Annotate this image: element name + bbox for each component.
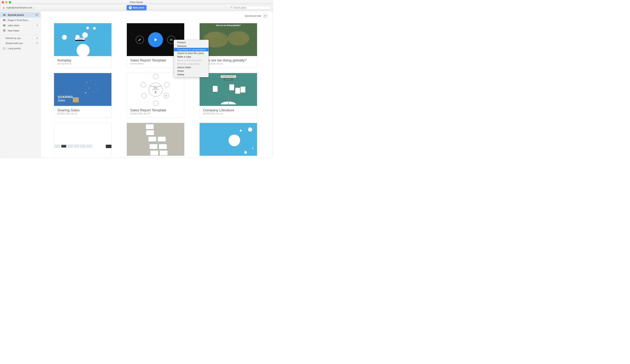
card-edited: EDITED 2016. JUL 25. <box>203 63 254 65</box>
card-title: Autoplay <box>58 58 108 62</box>
card-info: Company Literature EDITED 2016. JUL 19. <box>200 106 257 117</box>
sync-status: Synced just now <box>245 14 268 18</box>
prezi-thumbnail: SOARINGSales <box>54 73 112 106</box>
orbit-node <box>164 82 170 87</box>
screenshot-tile <box>159 144 167 149</box>
screenshot-tile <box>158 136 166 142</box>
ctx-make-copy[interactable]: Make a copy <box>174 55 208 58</box>
new-prezi-button[interactable]: + New prezi <box>126 5 146 10</box>
sidebar-item-rogers-business[interactable]: Roger's Prezi Busi... <box>0 17 40 23</box>
prezi-card[interactable] <box>127 123 184 156</box>
screenshot-tile <box>160 150 168 156</box>
window-title: Prezi Classic <box>130 1 143 3</box>
orbit-node <box>153 74 158 79</box>
prezi-thumbnail: Autoplay <box>54 23 112 56</box>
search-input[interactable] <box>229 6 270 9</box>
filter-label: Shared with you <box>6 42 35 45</box>
prezi-card[interactable]: Sales Report Template EDITED APR 3. Pres… <box>127 23 184 68</box>
sidebar-divider <box>3 34 38 34</box>
user-email: roger@preziforteams.com <box>6 6 32 9</box>
card-edited: EDITED 2016. JUL 19. <box>130 113 181 115</box>
orbit-node <box>141 82 146 87</box>
ctx-export-pez[interactable]: Export to prezi file (.pez) <box>174 51 208 55</box>
screenshot-tile <box>150 150 158 156</box>
card-info: Autoplay EDITED NOV 3. <box>54 56 112 67</box>
card-title: Soaring Sales <box>58 108 108 112</box>
prezi-grid: Autoplay Autoplay EDITED NOV 3. <box>41 11 273 157</box>
chevron-down-icon: ⌄ <box>34 7 35 9</box>
thumbnail-banner: Company Literature <box>221 75 236 78</box>
sidebar-filter-owned[interactable]: Owned by you 8 <box>0 36 40 41</box>
sidebar-item-local-prezis[interactable]: Local prezis <box>0 46 40 51</box>
ctx-present[interactable]: Present <box>174 41 208 44</box>
center-circle: Sales Report Template Mr. Tea Quarter/Ye… <box>148 83 162 96</box>
thumbnail-label: Autoplay <box>75 38 85 41</box>
screenshot-tile <box>146 124 154 129</box>
screenshot-tile <box>148 136 156 142</box>
thumbnail-strip <box>55 145 92 148</box>
play-button[interactable] <box>148 32 163 47</box>
refresh-icon <box>264 15 266 17</box>
card-info: Soaring Sales EDITED 2016. JUL 19. <box>54 106 112 117</box>
content-area: Synced just now Autoplay Autoplay EDITED… <box>41 11 273 157</box>
ctx-share[interactable]: Share <box>174 69 208 73</box>
screenshot-tile <box>146 130 154 135</box>
ctx-rename[interactable]: Rename <box>174 44 208 48</box>
sidebar-item-count: 4 <box>36 24 38 27</box>
pencil-icon <box>138 38 142 41</box>
prezi-card[interactable]: Sales Report Template Mr. Tea Quarter/Ye… <box>127 73 184 117</box>
refresh-button[interactable] <box>263 14 268 18</box>
page-icon <box>229 84 234 90</box>
sidebar-item-new-folder[interactable]: New folder <box>0 28 40 33</box>
sidebar-item-synced-prezis[interactable]: Synced prezis 16 <box>0 12 40 17</box>
context-menu: Present Rename Download for presentation… <box>174 40 208 77</box>
prezi-card[interactable]: SOARINGSales Soaring Sales EDITED 2016. … <box>54 73 112 117</box>
prezi-card[interactable] <box>200 123 257 156</box>
close-window-button[interactable] <box>2 1 4 3</box>
prezi-thumbnail <box>200 123 257 156</box>
filter-count: 8 <box>36 42 38 45</box>
ctx-add-folder[interactable]: Add to folder <box>174 66 208 69</box>
traffic-lights <box>2 1 11 3</box>
ctx-move-synced: Move to Synced prezis <box>174 58 208 62</box>
sidebar-filter-shared[interactable]: Shared with you 8 <box>0 41 40 46</box>
ctx-download-for-presentation[interactable]: Download for presentation <box>174 48 208 51</box>
user-icon <box>2 6 5 9</box>
ctx-delete[interactable]: Delete <box>174 73 208 76</box>
card-edited: EDITED APR 3. <box>130 63 181 65</box>
sidebar-item-label: Local prezis <box>8 47 38 50</box>
orbit-node <box>153 100 158 106</box>
prezi-card[interactable] <box>54 123 112 156</box>
titlebar: Prezi Classic <box>0 0 273 4</box>
card-edited: EDITED 2016. JUL 19. <box>58 113 108 115</box>
new-prezi-label: New prezi <box>133 6 144 9</box>
prezi-card[interactable]: Company Literature 2015-2016 Company Lit… <box>200 73 257 117</box>
prezi-card[interactable]: Autoplay Autoplay EDITED NOV 3. <box>54 23 112 68</box>
page-icon <box>213 86 218 92</box>
edit-button[interactable] <box>136 36 144 44</box>
card-title: Company Literature <box>203 108 254 112</box>
sidebar: Synced prezis 16 Roger's Prezi Busi... s… <box>0 11 41 157</box>
user-account-dropdown[interactable]: roger@preziforteams.com ⌄ <box>2 6 35 9</box>
toolbar: roger@preziforteams.com ⌄ + New prezi <box>0 4 273 11</box>
card-edited: EDITED 2016. JUL 19. <box>203 113 254 115</box>
box-icon <box>73 97 79 102</box>
folder-icon <box>3 18 6 21</box>
prezi-thumbnail: Company Literature 2015-2016 <box>200 73 257 106</box>
sidebar-item-count: 16 <box>36 13 38 16</box>
book-icon <box>213 91 243 104</box>
filter-count: 8 <box>36 37 38 39</box>
zoom-window-button[interactable] <box>9 1 11 3</box>
orbit-node <box>142 93 147 98</box>
sidebar-item-sales-team[interactable]: sales team 4 <box>0 23 40 28</box>
screenshot-tile <box>149 144 158 149</box>
sync-status-text: Synced just now <box>245 15 261 17</box>
laptop-icon <box>3 47 6 50</box>
folder-icon <box>3 24 6 27</box>
thumbnail-subbanner: 2015-2016 <box>224 79 233 81</box>
prezi-thumbnail: Sales Report Template Mr. Tea Quarter/Ye… <box>127 73 184 106</box>
plus-icon: + <box>129 6 132 9</box>
minimize-window-button[interactable] <box>5 1 8 3</box>
thumbnail-banner: How are we doing globally? <box>216 24 241 26</box>
card-title: Sales Report Template <box>130 58 181 62</box>
